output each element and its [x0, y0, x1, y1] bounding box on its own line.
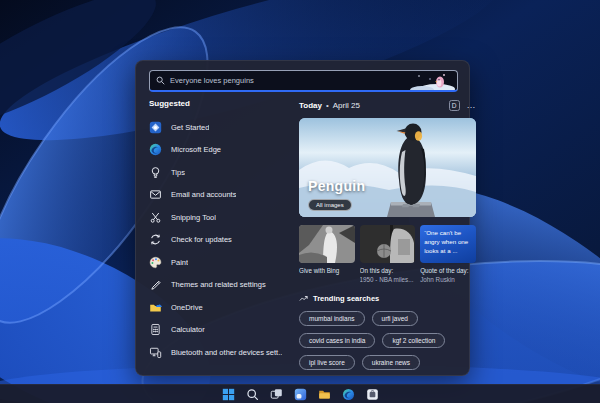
quote-text: “One can't be angry when one looks at a …	[420, 225, 476, 263]
card-subcaption: John Ruskin	[420, 276, 476, 285]
check-updates-icon	[149, 233, 162, 246]
taskbar	[0, 384, 600, 403]
trending-chip[interactable]: ipl live score	[299, 355, 355, 370]
suggested-item-label: Paint	[171, 258, 188, 267]
widgets-icon[interactable]	[294, 388, 307, 401]
trending-header: Trending searches	[299, 294, 476, 303]
taskbar-search-icon[interactable]	[246, 388, 259, 401]
suggested-item-label: Microsoft Edge	[171, 145, 221, 154]
all-images-button[interactable]: All images	[308, 199, 352, 211]
today-header: Today • April 25 D …	[299, 99, 476, 111]
suggested-item-onedrive[interactable]: OneDrive	[149, 296, 282, 319]
edge-browser-icon[interactable]	[342, 388, 355, 401]
themes-icon	[149, 278, 162, 291]
suggested-item-themes[interactable]: Themes and related settings	[149, 274, 282, 297]
email-icon	[149, 188, 162, 201]
suggested-item-snipping-tool[interactable]: Snipping Tool	[149, 206, 282, 229]
store-icon[interactable]	[366, 388, 379, 401]
edge-icon	[149, 143, 162, 156]
card-caption: Quote of the day:	[420, 267, 476, 276]
snipping-tool-icon	[149, 211, 162, 224]
suggested-item-bluetooth-devices[interactable]: Bluetooth and other devices sett...	[149, 341, 282, 364]
bluetooth-devices-icon	[149, 346, 162, 359]
card-subcaption: 1950 - NBA miles...	[360, 276, 416, 285]
card-quote-of-the-day[interactable]: “One can't be angry when one looks at a …	[420, 225, 476, 285]
hero-card-penguin[interactable]: Penguin All images	[299, 118, 476, 217]
suggested-item-edge[interactable]: Microsoft Edge	[149, 139, 282, 162]
get-started-icon	[149, 121, 162, 134]
panel-columns: Suggested Get Started	[149, 99, 456, 365]
file-explorer-icon[interactable]	[318, 388, 331, 401]
search-query: Everyone loves penguins	[170, 76, 254, 85]
suggested-item-label: Tips	[171, 168, 185, 177]
trending-title: Trending searches	[313, 294, 379, 303]
trending-chip[interactable]: mumbai indians	[299, 311, 365, 326]
card-on-this-day[interactable]: On this day: 1950 - NBA miles...	[360, 225, 416, 285]
search-icon	[156, 76, 165, 85]
calculator-icon	[149, 323, 162, 336]
desktop: Everyone loves penguins Suggested	[0, 0, 600, 403]
today-title: Today	[299, 101, 322, 110]
penguin-illustration-icon	[397, 72, 455, 90]
trending-chip[interactable]: urfi javed	[372, 311, 418, 326]
trending-up-icon	[299, 294, 308, 303]
suggested-section: Suggested Get Started	[149, 99, 282, 364]
suggested-item-label: Snipping Tool	[171, 213, 216, 222]
today-separator: •	[326, 101, 329, 110]
card-give-with-bing[interactable]: Give with Bing	[299, 225, 355, 285]
task-view-icon[interactable]	[270, 388, 283, 401]
search-input[interactable]: Everyone loves penguins	[149, 70, 458, 92]
suggested-item-calculator[interactable]: Calculator	[149, 319, 282, 342]
suggested-item-check-updates[interactable]: Check for updates	[149, 229, 282, 252]
give-with-bing-photo	[299, 225, 355, 263]
suggested-item-email[interactable]: Email and accounts	[149, 184, 282, 207]
more-options-button[interactable]: …	[467, 102, 477, 108]
today-section: Today • April 25 D …	[299, 99, 476, 370]
trending-chip[interactable]: covid cases in india	[299, 333, 375, 348]
suggested-item-label: Bluetooth and other devices sett...	[171, 348, 282, 357]
suggested-item-label: Check for updates	[171, 235, 232, 244]
trending-chip[interactable]: ukraine news	[362, 355, 420, 370]
suggested-item-label: Email and accounts	[171, 190, 236, 199]
paint-icon	[149, 256, 162, 269]
suggested-item-label: Themes and related settings	[171, 280, 266, 289]
suggested-item-label: OneDrive	[171, 303, 203, 312]
card-caption: On this day:	[360, 267, 416, 276]
suggested-title: Suggested	[149, 99, 282, 108]
suggested-item-label: Calculator	[171, 325, 205, 334]
profile-badge[interactable]: D	[449, 100, 460, 111]
suggested-item-tips[interactable]: Tips	[149, 161, 282, 184]
on-this-day-photo	[360, 225, 416, 263]
trending-section: Trending searches mumbai indians urfi ja…	[299, 294, 476, 370]
suggested-item-label: Get Started	[171, 123, 209, 132]
trending-chip[interactable]: kgf 2 collection	[382, 333, 445, 348]
suggested-item-paint[interactable]: Paint	[149, 251, 282, 274]
feed-cards: Give with Bing	[299, 225, 476, 285]
windows-start-icon[interactable]	[222, 388, 235, 401]
search-panel: Everyone loves penguins Suggested	[135, 60, 470, 376]
trending-chips: mumbai indians urfi javed covid cases in…	[299, 311, 479, 370]
card-caption: Give with Bing	[299, 267, 355, 276]
hero-title: Penguin	[308, 178, 365, 194]
suggested-item-get-started[interactable]: Get Started	[149, 116, 282, 139]
today-date: April 25	[333, 101, 360, 110]
onedrive-icon	[149, 301, 162, 314]
tips-icon	[149, 166, 162, 179]
